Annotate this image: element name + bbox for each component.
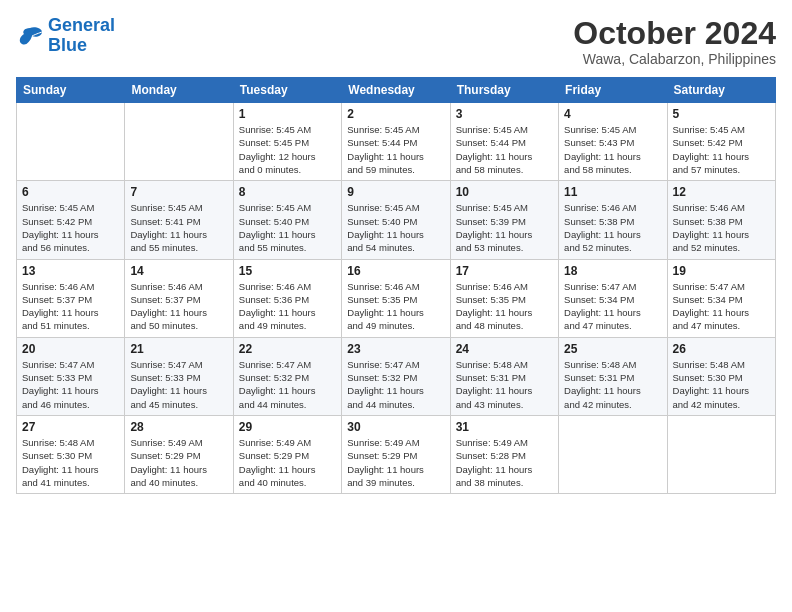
day-number: 8 bbox=[239, 185, 336, 199]
day-info: Sunrise: 5:49 AMSunset: 5:29 PMDaylight:… bbox=[239, 436, 336, 489]
day-info: Sunrise: 5:46 AMSunset: 5:38 PMDaylight:… bbox=[673, 201, 770, 254]
calendar-cell: 16Sunrise: 5:46 AMSunset: 5:35 PMDayligh… bbox=[342, 259, 450, 337]
page-header: General Blue October 2024 Wawa, Calabarz… bbox=[16, 16, 776, 67]
day-number: 10 bbox=[456, 185, 553, 199]
day-number: 18 bbox=[564, 264, 661, 278]
day-number: 24 bbox=[456, 342, 553, 356]
calendar-cell: 10Sunrise: 5:45 AMSunset: 5:39 PMDayligh… bbox=[450, 181, 558, 259]
day-number: 27 bbox=[22, 420, 119, 434]
day-info: Sunrise: 5:46 AMSunset: 5:35 PMDaylight:… bbox=[456, 280, 553, 333]
day-info: Sunrise: 5:46 AMSunset: 5:35 PMDaylight:… bbox=[347, 280, 444, 333]
calendar-cell: 23Sunrise: 5:47 AMSunset: 5:32 PMDayligh… bbox=[342, 337, 450, 415]
calendar-cell: 1Sunrise: 5:45 AMSunset: 5:45 PMDaylight… bbox=[233, 103, 341, 181]
calendar-cell: 14Sunrise: 5:46 AMSunset: 5:37 PMDayligh… bbox=[125, 259, 233, 337]
calendar-cell: 18Sunrise: 5:47 AMSunset: 5:34 PMDayligh… bbox=[559, 259, 667, 337]
calendar-cell bbox=[125, 103, 233, 181]
day-info: Sunrise: 5:49 AMSunset: 5:29 PMDaylight:… bbox=[347, 436, 444, 489]
calendar-cell: 7Sunrise: 5:45 AMSunset: 5:41 PMDaylight… bbox=[125, 181, 233, 259]
calendar-cell: 22Sunrise: 5:47 AMSunset: 5:32 PMDayligh… bbox=[233, 337, 341, 415]
day-number: 1 bbox=[239, 107, 336, 121]
day-number: 21 bbox=[130, 342, 227, 356]
day-number: 12 bbox=[673, 185, 770, 199]
day-number: 5 bbox=[673, 107, 770, 121]
day-header-sunday: Sunday bbox=[17, 78, 125, 103]
day-info: Sunrise: 5:48 AMSunset: 5:30 PMDaylight:… bbox=[22, 436, 119, 489]
day-info: Sunrise: 5:45 AMSunset: 5:42 PMDaylight:… bbox=[22, 201, 119, 254]
calendar-table: SundayMondayTuesdayWednesdayThursdayFrid… bbox=[16, 77, 776, 494]
calendar-cell: 2Sunrise: 5:45 AMSunset: 5:44 PMDaylight… bbox=[342, 103, 450, 181]
calendar-cell: 6Sunrise: 5:45 AMSunset: 5:42 PMDaylight… bbox=[17, 181, 125, 259]
logo: General Blue bbox=[16, 16, 115, 56]
day-number: 31 bbox=[456, 420, 553, 434]
day-info: Sunrise: 5:49 AMSunset: 5:29 PMDaylight:… bbox=[130, 436, 227, 489]
day-info: Sunrise: 5:47 AMSunset: 5:32 PMDaylight:… bbox=[347, 358, 444, 411]
day-number: 30 bbox=[347, 420, 444, 434]
calendar-cell: 12Sunrise: 5:46 AMSunset: 5:38 PMDayligh… bbox=[667, 181, 775, 259]
month-title: October 2024 bbox=[573, 16, 776, 51]
calendar-cell: 27Sunrise: 5:48 AMSunset: 5:30 PMDayligh… bbox=[17, 415, 125, 493]
calendar-cell: 25Sunrise: 5:48 AMSunset: 5:31 PMDayligh… bbox=[559, 337, 667, 415]
calendar-cell: 9Sunrise: 5:45 AMSunset: 5:40 PMDaylight… bbox=[342, 181, 450, 259]
calendar-cell: 24Sunrise: 5:48 AMSunset: 5:31 PMDayligh… bbox=[450, 337, 558, 415]
day-info: Sunrise: 5:47 AMSunset: 5:34 PMDaylight:… bbox=[673, 280, 770, 333]
day-header-wednesday: Wednesday bbox=[342, 78, 450, 103]
day-info: Sunrise: 5:48 AMSunset: 5:31 PMDaylight:… bbox=[564, 358, 661, 411]
day-number: 9 bbox=[347, 185, 444, 199]
day-info: Sunrise: 5:45 AMSunset: 5:41 PMDaylight:… bbox=[130, 201, 227, 254]
day-number: 14 bbox=[130, 264, 227, 278]
day-info: Sunrise: 5:48 AMSunset: 5:30 PMDaylight:… bbox=[673, 358, 770, 411]
calendar-cell: 29Sunrise: 5:49 AMSunset: 5:29 PMDayligh… bbox=[233, 415, 341, 493]
logo-line1: General bbox=[48, 15, 115, 35]
day-number: 20 bbox=[22, 342, 119, 356]
logo-bird-icon bbox=[16, 24, 44, 48]
calendar-cell: 4Sunrise: 5:45 AMSunset: 5:43 PMDaylight… bbox=[559, 103, 667, 181]
day-info: Sunrise: 5:45 AMSunset: 5:40 PMDaylight:… bbox=[347, 201, 444, 254]
logo-line2: Blue bbox=[48, 35, 87, 55]
day-number: 7 bbox=[130, 185, 227, 199]
day-number: 23 bbox=[347, 342, 444, 356]
calendar-cell: 17Sunrise: 5:46 AMSunset: 5:35 PMDayligh… bbox=[450, 259, 558, 337]
day-info: Sunrise: 5:45 AMSunset: 5:40 PMDaylight:… bbox=[239, 201, 336, 254]
calendar-cell: 13Sunrise: 5:46 AMSunset: 5:37 PMDayligh… bbox=[17, 259, 125, 337]
day-number: 19 bbox=[673, 264, 770, 278]
day-info: Sunrise: 5:46 AMSunset: 5:37 PMDaylight:… bbox=[22, 280, 119, 333]
calendar-cell: 26Sunrise: 5:48 AMSunset: 5:30 PMDayligh… bbox=[667, 337, 775, 415]
day-header-thursday: Thursday bbox=[450, 78, 558, 103]
day-number: 29 bbox=[239, 420, 336, 434]
day-number: 16 bbox=[347, 264, 444, 278]
calendar-cell: 30Sunrise: 5:49 AMSunset: 5:29 PMDayligh… bbox=[342, 415, 450, 493]
day-info: Sunrise: 5:49 AMSunset: 5:28 PMDaylight:… bbox=[456, 436, 553, 489]
day-number: 6 bbox=[22, 185, 119, 199]
calendar-cell: 20Sunrise: 5:47 AMSunset: 5:33 PMDayligh… bbox=[17, 337, 125, 415]
day-info: Sunrise: 5:45 AMSunset: 5:39 PMDaylight:… bbox=[456, 201, 553, 254]
day-info: Sunrise: 5:46 AMSunset: 5:38 PMDaylight:… bbox=[564, 201, 661, 254]
day-info: Sunrise: 5:45 AMSunset: 5:44 PMDaylight:… bbox=[347, 123, 444, 176]
calendar-cell: 5Sunrise: 5:45 AMSunset: 5:42 PMDaylight… bbox=[667, 103, 775, 181]
day-info: Sunrise: 5:47 AMSunset: 5:33 PMDaylight:… bbox=[22, 358, 119, 411]
day-number: 11 bbox=[564, 185, 661, 199]
day-number: 25 bbox=[564, 342, 661, 356]
day-info: Sunrise: 5:45 AMSunset: 5:43 PMDaylight:… bbox=[564, 123, 661, 176]
calendar-cell bbox=[17, 103, 125, 181]
day-number: 28 bbox=[130, 420, 227, 434]
calendar-header-row: SundayMondayTuesdayWednesdayThursdayFrid… bbox=[17, 78, 776, 103]
day-number: 2 bbox=[347, 107, 444, 121]
day-info: Sunrise: 5:45 AMSunset: 5:42 PMDaylight:… bbox=[673, 123, 770, 176]
calendar-week-row: 6Sunrise: 5:45 AMSunset: 5:42 PMDaylight… bbox=[17, 181, 776, 259]
calendar-week-row: 13Sunrise: 5:46 AMSunset: 5:37 PMDayligh… bbox=[17, 259, 776, 337]
day-header-saturday: Saturday bbox=[667, 78, 775, 103]
calendar-week-row: 1Sunrise: 5:45 AMSunset: 5:45 PMDaylight… bbox=[17, 103, 776, 181]
calendar-cell: 31Sunrise: 5:49 AMSunset: 5:28 PMDayligh… bbox=[450, 415, 558, 493]
day-info: Sunrise: 5:45 AMSunset: 5:45 PMDaylight:… bbox=[239, 123, 336, 176]
calendar-cell: 21Sunrise: 5:47 AMSunset: 5:33 PMDayligh… bbox=[125, 337, 233, 415]
title-block: October 2024 Wawa, Calabarzon, Philippin… bbox=[573, 16, 776, 67]
location: Wawa, Calabarzon, Philippines bbox=[573, 51, 776, 67]
day-info: Sunrise: 5:47 AMSunset: 5:33 PMDaylight:… bbox=[130, 358, 227, 411]
calendar-cell: 28Sunrise: 5:49 AMSunset: 5:29 PMDayligh… bbox=[125, 415, 233, 493]
calendar-cell: 3Sunrise: 5:45 AMSunset: 5:44 PMDaylight… bbox=[450, 103, 558, 181]
day-number: 17 bbox=[456, 264, 553, 278]
calendar-cell bbox=[667, 415, 775, 493]
day-number: 13 bbox=[22, 264, 119, 278]
day-info: Sunrise: 5:46 AMSunset: 5:37 PMDaylight:… bbox=[130, 280, 227, 333]
day-number: 4 bbox=[564, 107, 661, 121]
